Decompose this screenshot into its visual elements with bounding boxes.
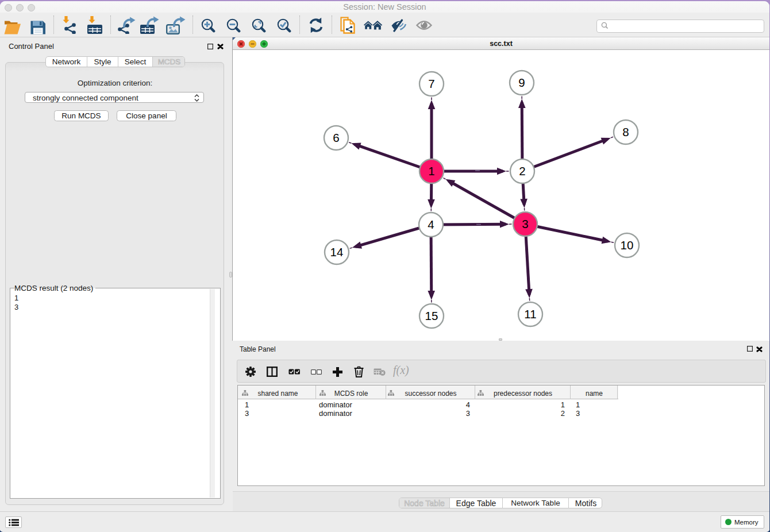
svg-text:10: 10 xyxy=(621,238,634,252)
svg-text:7: 7 xyxy=(428,77,434,90)
svg-text:6: 6 xyxy=(333,131,339,144)
svg-text:11: 11 xyxy=(524,307,536,321)
svg-text:2: 2 xyxy=(519,164,525,178)
svg-text:15: 15 xyxy=(425,309,438,322)
svg-text:14: 14 xyxy=(330,245,344,259)
svg-text:1: 1 xyxy=(428,164,434,178)
svg-text:8: 8 xyxy=(622,125,629,138)
svg-text:9: 9 xyxy=(518,76,525,89)
svg-text:4: 4 xyxy=(428,218,434,231)
svg-text:3: 3 xyxy=(522,217,528,230)
